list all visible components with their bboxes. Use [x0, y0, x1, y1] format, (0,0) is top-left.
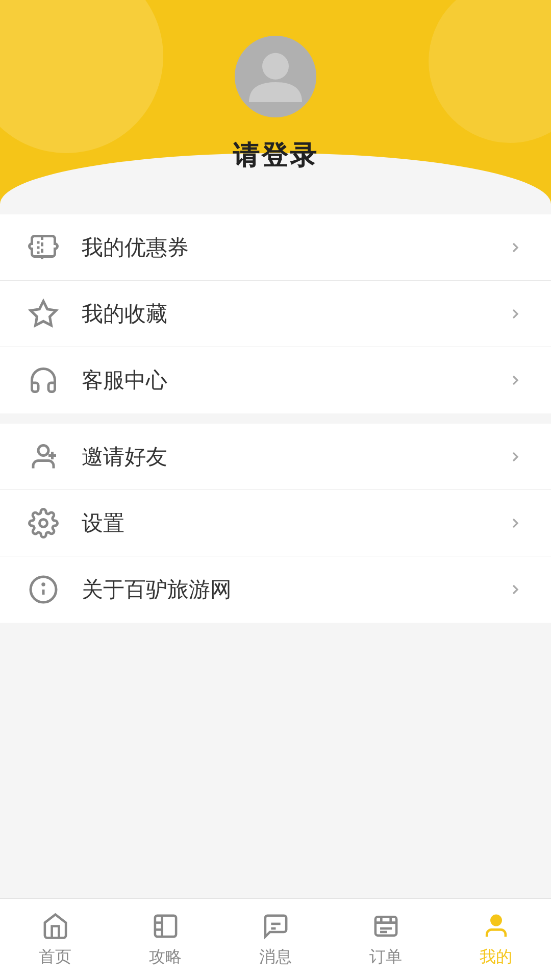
nav-item-message[interactable]: 消息 [220, 899, 331, 980]
home-icon [40, 911, 70, 942]
menu-item-settings[interactable]: 设置 [0, 490, 551, 556]
message-nav-label: 消息 [259, 946, 292, 968]
invite-icon [26, 439, 61, 475]
customer-service-label: 客服中心 [82, 366, 505, 395]
svg-rect-10 [155, 916, 176, 937]
about-label: 关于百驴旅游网 [82, 575, 505, 604]
nav-item-guide[interactable]: 攻略 [110, 899, 220, 980]
nav-item-order[interactable]: 订单 [331, 899, 441, 980]
menu-section-2: 邀请好友 设置 关于百驴旅 [0, 424, 551, 623]
svg-point-3 [38, 445, 48, 455]
menu-item-invite[interactable]: 邀请好友 [0, 424, 551, 490]
svg-marker-2 [31, 301, 56, 326]
nav-item-home[interactable]: 首页 [0, 899, 110, 980]
guide-nav-label: 攻略 [149, 946, 182, 968]
invite-label: 邀请好友 [82, 443, 505, 471]
person-icon [481, 911, 511, 942]
coupon-label: 我的优惠券 [82, 233, 505, 262]
menu-section-1: 我的优惠券 我的收藏 客服中心 [0, 214, 551, 413]
invite-arrow [505, 447, 525, 467]
coupon-icon [26, 230, 61, 265]
login-prompt-text[interactable]: 请登录 [233, 138, 318, 174]
favorites-label: 我的收藏 [82, 300, 505, 328]
menu-item-customer-service[interactable]: 客服中心 [0, 347, 551, 413]
message-icon [260, 911, 291, 942]
about-arrow [505, 579, 525, 600]
nav-item-mine[interactable]: 我的 [441, 899, 551, 980]
profile-header: 请登录 [0, 0, 551, 214]
order-icon [370, 911, 401, 942]
guide-icon [150, 911, 181, 942]
menu-item-favorites[interactable]: 我的收藏 [0, 281, 551, 347]
svg-point-6 [40, 519, 47, 527]
mine-nav-label: 我的 [480, 946, 512, 968]
home-nav-label: 首页 [39, 946, 71, 968]
settings-label: 设置 [82, 509, 505, 537]
coupon-arrow [505, 237, 525, 258]
order-nav-label: 订单 [369, 946, 402, 968]
settings-icon [26, 505, 61, 541]
star-icon [26, 296, 61, 332]
bottom-navigation: 首页 攻略 消息 [0, 898, 551, 980]
menu-item-about[interactable]: 关于百驴旅游网 [0, 556, 551, 623]
headphone-icon [26, 362, 61, 398]
svg-point-22 [491, 916, 500, 925]
customer-service-arrow [505, 370, 525, 390]
favorites-arrow [505, 304, 525, 324]
menu-item-coupon[interactable]: 我的优惠券 [0, 214, 551, 281]
svg-point-0 [262, 53, 289, 80]
avatar[interactable] [235, 36, 316, 117]
about-icon [26, 572, 61, 607]
section-divider [0, 413, 551, 424]
settings-arrow [505, 513, 525, 533]
